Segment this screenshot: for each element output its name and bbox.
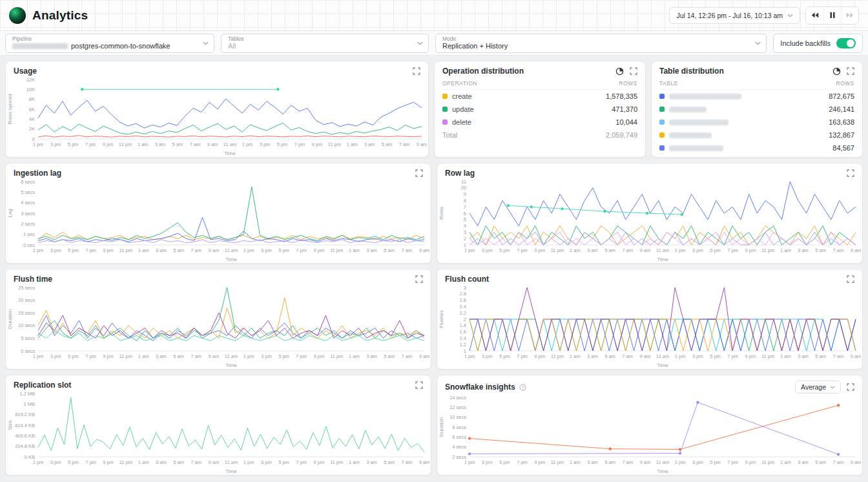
svg-text:7 pm: 7 pm [727, 459, 738, 465]
expand-icon[interactable] [630, 67, 637, 75]
legend-swatch [659, 120, 665, 125]
svg-text:9 pm: 9 pm [103, 353, 114, 359]
svg-text:8K: 8K [29, 96, 35, 102]
mode-select[interactable]: Mode Replication + History [435, 34, 767, 53]
pie-chart-icon[interactable] [832, 67, 841, 76]
svg-text:11 pm: 11 pm [330, 247, 343, 253]
svg-text:1.6: 1.6 [460, 329, 466, 335]
svg-text:3 pm: 3 pm [261, 247, 272, 253]
svg-text:7: 7 [464, 204, 466, 210]
svg-text:Size: Size [7, 420, 13, 430]
svg-text:7 pm: 7 pm [727, 247, 738, 253]
svg-text:1 am: 1 am [570, 459, 581, 465]
chevron-down-icon [787, 14, 793, 17]
pipeline-label: Pipeline [12, 36, 197, 42]
svg-text:9 pm: 9 pm [745, 247, 756, 253]
svg-text:7 pm: 7 pm [85, 353, 96, 359]
svg-text:10: 10 [461, 185, 466, 191]
svg-text:9 am: 9 am [208, 459, 219, 465]
svg-text:3 pm: 3 pm [692, 459, 703, 465]
expand-icon[interactable] [847, 169, 854, 177]
svg-text:5 pm: 5 pm [710, 353, 721, 359]
svg-text:5 am: 5 am [815, 353, 826, 359]
svg-text:7 pm: 7 pm [85, 247, 96, 253]
expand-icon[interactable] [847, 275, 854, 283]
replication-slot-chart: 0 KB204.8 KB409.6 KB614.4 KB819.2 KB1 MB… [6, 390, 431, 475]
svg-text:5 am: 5 am [173, 247, 184, 253]
include-backfills-toggle[interactable] [836, 38, 856, 48]
svg-text:11 am: 11 am [656, 459, 669, 465]
tables-select[interactable]: Tables All [221, 34, 429, 53]
svg-text:5 am: 5 am [172, 141, 183, 147]
svg-text:5 am: 5 am [604, 247, 615, 253]
table-header: OPERATION ROWS [442, 77, 637, 90]
svg-text:9 am: 9 am [208, 247, 219, 253]
svg-text:Flushes: Flushes [439, 310, 444, 328]
svg-text:5 am: 5 am [173, 459, 184, 465]
fast-forward-button[interactable] [841, 7, 858, 24]
aggregation-select[interactable]: Average [795, 381, 841, 393]
card-title: Flush count [445, 275, 489, 284]
svg-text:9 am: 9 am [639, 459, 650, 465]
svg-text:3 pm: 3 pm [50, 141, 61, 147]
svg-text:10 secs: 10 secs [18, 322, 35, 328]
expand-icon[interactable] [847, 67, 854, 75]
mode-label: Mode [442, 36, 749, 42]
svg-text:5 pm: 5 pm [499, 353, 510, 359]
rewind-button[interactable] [806, 7, 823, 24]
svg-text:1 pm: 1 pm [33, 353, 44, 359]
pause-button[interactable] [823, 7, 841, 24]
svg-text:1.2: 1.2 [460, 342, 466, 348]
svg-text:5 pm: 5 pm [278, 247, 289, 253]
expand-icon[interactable] [413, 67, 420, 75]
expand-icon[interactable] [415, 169, 423, 177]
expand-icon[interactable] [415, 275, 423, 283]
svg-text:3 pm: 3 pm [692, 353, 703, 359]
table-row: 84,567 [659, 141, 854, 154]
table-row: 65,560 [659, 154, 854, 157]
svg-text:11 pm: 11 pm [551, 247, 564, 253]
svg-text:7 pm: 7 pm [296, 247, 307, 253]
date-range-picker[interactable]: Jul 14, 12:26 pm - Jul 16, 10:13 am [669, 7, 800, 24]
svg-text:3 pm: 3 pm [260, 141, 271, 147]
expand-icon[interactable] [847, 383, 854, 391]
svg-text:7 pm: 7 pm [85, 459, 96, 465]
svg-text:9 am: 9 am [851, 353, 862, 359]
pie-chart-icon[interactable] [615, 67, 624, 76]
svg-text:7 am: 7 am [401, 353, 412, 359]
svg-text:7 am: 7 am [832, 353, 843, 359]
tables-label: Tables [228, 36, 411, 42]
table-distribution-table: TABLE ROWS 872,675246,141163,638132,8678… [652, 76, 862, 157]
pause-icon [830, 12, 835, 18]
card-title: Ingestion lag [14, 169, 61, 178]
svg-text:11 am: 11 am [656, 247, 669, 253]
svg-text:1.4: 1.4 [460, 335, 466, 341]
svg-text:9 pm: 9 pm [103, 459, 114, 465]
svg-text:3 pm: 3 pm [261, 353, 272, 359]
legend-swatch [659, 132, 665, 138]
expand-icon[interactable] [415, 381, 423, 389]
pipeline-select[interactable]: Pipeline postgres-common-to-snowflake [5, 34, 214, 53]
svg-text:7 am: 7 am [401, 459, 412, 465]
svg-text:11 pm: 11 pm [119, 353, 132, 359]
svg-text:614.4 KB: 614.4 KB [15, 423, 35, 428]
svg-text:1 am: 1 am [347, 141, 358, 147]
svg-text:7 pm: 7 pm [296, 459, 307, 465]
svg-text:5 pm: 5 pm [277, 141, 288, 147]
svg-text:7 am: 7 am [622, 247, 633, 253]
svg-text:3 pm: 3 pm [50, 353, 61, 359]
svg-text:9 am: 9 am [639, 353, 650, 359]
svg-text:11 pm: 11 pm [761, 459, 774, 465]
svg-text:3 am: 3 am [798, 247, 809, 253]
svg-text:9 pm: 9 pm [745, 353, 756, 359]
svg-text:3 am: 3 am [156, 247, 167, 253]
page-title: Analytics [32, 8, 88, 23]
svg-text:6: 6 [464, 211, 466, 216]
svg-text:1 am: 1 am [349, 353, 360, 359]
info-icon[interactable]: ? [519, 384, 526, 391]
card-title: Row lag [445, 169, 475, 178]
svg-text:11 pm: 11 pm [119, 141, 132, 147]
svg-text:7 am: 7 am [191, 353, 202, 359]
redacted-table-name [669, 145, 723, 151]
svg-text:Lag: Lag [7, 209, 13, 217]
